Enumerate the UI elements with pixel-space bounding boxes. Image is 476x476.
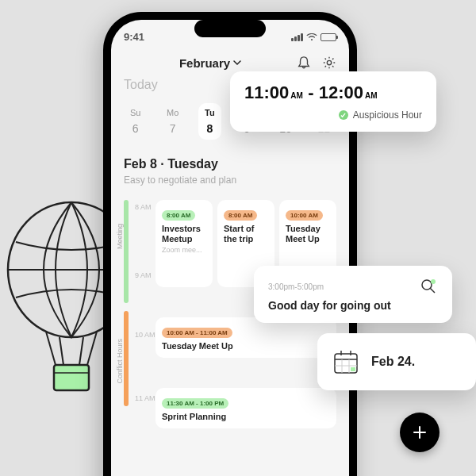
event-investors[interactable]: 8:00 AM Investors Meetup Zoom mee... [155,200,213,287]
card-feb24[interactable]: Feb 24. [317,333,476,390]
gear-icon[interactable] [322,56,336,70]
event-time-chip: 11:30 AM - 1:00 PM [162,398,228,409]
card-good-day[interactable]: 3:00pm-5:00pm Good day for going out [254,266,452,323]
month-label: February [179,56,230,70]
svg-rect-6 [54,365,89,390]
calendar-icon [332,347,360,376]
hour-segments [124,200,129,428]
event-title: Investors Meetup [162,224,206,244]
svg-line-5 [79,337,83,365]
segment-meeting-label: Meeting [116,224,124,249]
day-sun[interactable]: Su6 [124,103,147,140]
magnify-icon [419,277,438,296]
signal-icon [291,33,303,41]
event-subtitle: Zoom mee... [162,246,206,254]
svg-point-9 [327,60,331,64]
card-time: 3:00pm-5:00pm [268,282,324,291]
card-text: Feb 24. [371,355,415,369]
svg-line-11 [430,288,435,293]
end-time: 12:00 [319,83,363,102]
app-header: February [124,56,336,70]
auspicious-label: Auspicious Hour [353,109,422,121]
svg-line-2 [46,332,56,365]
add-button[interactable] [400,413,440,452]
check-icon [339,110,348,120]
date-subtitle: Easy to negotiate and plan [124,175,336,186]
battery-icon [321,33,336,41]
hour-10: 10 AM [135,331,155,339]
event-title: Sprint Planning [162,412,330,422]
svg-line-3 [87,332,97,365]
date-title: Feb 8 · Tuesday [124,157,336,171]
segment-conflict [124,311,129,406]
status-time: 9:41 [124,31,144,43]
event-title: Start of the trip [224,224,268,244]
svg-line-4 [60,337,63,365]
day-tue[interactable]: Tu8 [198,103,221,140]
bell-icon[interactable] [297,56,311,70]
segment-conflict-label: Conflict Hours [116,339,124,384]
start-time: 11:00 [244,83,289,102]
wifi-icon [306,33,317,41]
notch [194,20,266,37]
svg-point-8 [311,38,313,40]
segment-meeting [124,200,129,303]
event-title: Tuesday Meet Up [286,224,330,244]
month-selector[interactable]: February [179,56,241,70]
svg-point-12 [431,279,436,284]
event-time-chip: 10:00 AM - 11:00 AM [162,328,232,338]
hour-9: 9 AM [135,271,152,279]
day-mon[interactable]: Mo7 [160,103,185,140]
hour-8: 8 AM [135,203,152,211]
event-time-chip: 8:00 AM [162,210,195,221]
event-time-chip: 8:00 AM [224,210,257,221]
event-tuesday-2[interactable]: 10:00 AM - 11:00 AM Tuesday Meet Up [155,317,336,358]
event-sprint[interactable]: 11:30 AM - 1:00 PM Sprint Planning [155,388,336,428]
event-time-chip: 10:00 AM [286,210,323,221]
chevron-down-icon [233,59,241,67]
card-auspicious[interactable]: 11:00AM - 12:00AM Auspicious Hour [230,71,436,132]
event-title: Tuesday Meet Up [162,341,330,351]
hour-11: 11 AM [135,394,155,402]
card-text: Good day for going out [268,299,438,312]
svg-rect-20 [351,367,355,371]
plus-icon [412,424,428,440]
